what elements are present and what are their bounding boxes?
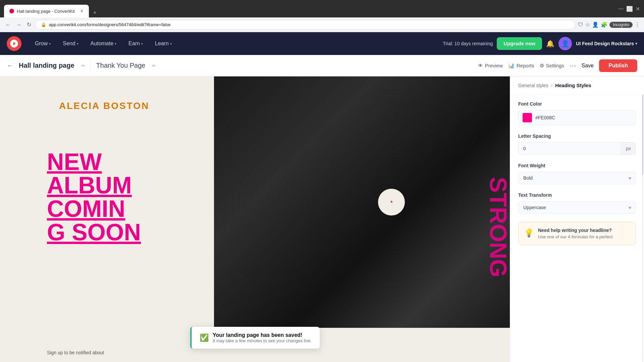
toast-content: Your landing page has been saved! It may… bbox=[213, 332, 312, 343]
more-options-button[interactable]: ⋯ bbox=[570, 62, 576, 70]
forward-button[interactable]: → bbox=[15, 20, 23, 29]
save-button[interactable]: Save bbox=[582, 63, 594, 69]
reload-button[interactable]: ↻ bbox=[25, 20, 33, 29]
reports-icon: 📊 bbox=[508, 63, 515, 69]
canvas-subtext: Sign up to be notified about bbox=[47, 350, 104, 355]
reports-button[interactable]: 📊 Reports bbox=[508, 63, 534, 69]
font-weight-label: Font Weight bbox=[518, 163, 636, 168]
scrollbar-thumb[interactable] bbox=[642, 95, 643, 175]
back-button[interactable]: ← bbox=[4, 20, 12, 29]
address-bar[interactable]: 🔒 app.convertkit.com/forms/designers/564… bbox=[35, 20, 575, 29]
thank-you-page-label: Thank You Page bbox=[96, 62, 146, 69]
browser-tabs: Hall landing page - ConvertKit ✕ + bbox=[4, 0, 100, 17]
main-area: ALECIA BOSTON ★ STRONG bbox=[0, 76, 644, 362]
toast-main-text: Your landing page has been saved! bbox=[213, 332, 312, 338]
earn-chevron-icon: ▾ bbox=[141, 42, 143, 46]
back-navigation-button[interactable]: ← bbox=[7, 62, 13, 69]
restore-button[interactable]: ⬜ bbox=[626, 6, 633, 12]
panel-breadcrumb: General styles › Heading Styles bbox=[510, 76, 644, 95]
settings-icon: ⚙ bbox=[540, 63, 544, 69]
incognito-badge: Incognito bbox=[609, 22, 633, 28]
nav-grow[interactable]: Grow ▾ bbox=[30, 38, 56, 49]
url-display: app.convertkit.com/forms/designers/56474… bbox=[49, 22, 570, 27]
window-close-button[interactable]: ✕ bbox=[636, 6, 640, 12]
vinyl-side-text: STRONG bbox=[486, 177, 510, 277]
headline-line2: ALBUM bbox=[47, 174, 141, 197]
text-transform-section: Text Transform None Uppercase Lowercase … bbox=[518, 192, 636, 214]
page-toolbar: ← Hall landing page ✏ Thank You Page ✏ 👁… bbox=[0, 55, 644, 76]
minimize-button[interactable]: — bbox=[618, 6, 624, 12]
upgrade-button[interactable]: Upgrade now bbox=[497, 37, 542, 50]
letter-spacing-label: Letter Spacing bbox=[518, 133, 636, 139]
browser-toolbar: ← → ↻ 🔒 app.convertkit.com/forms/designe… bbox=[0, 17, 644, 32]
app-logo[interactable] bbox=[7, 36, 21, 51]
toolbar-actions: 👁 Preview 📊 Reports ⚙ Settings ⋯ Save Pu… bbox=[478, 59, 637, 72]
font-color-section: Font Color #FE008C bbox=[518, 101, 636, 125]
scrollbar-track bbox=[642, 95, 643, 362]
active-tab[interactable]: Hall landing page - ConvertKit ✕ bbox=[4, 5, 89, 17]
artist-name[interactable]: ALECIA BOSTON bbox=[59, 101, 149, 111]
letter-spacing-section: Letter Spacing px bbox=[518, 133, 636, 155]
font-color-input[interactable]: #FE008C bbox=[518, 110, 636, 125]
menu-icon[interactable]: ⋮ bbox=[635, 21, 640, 28]
help-card: 💡 Need help writing your headline? Use o… bbox=[518, 222, 636, 245]
tab-close-icon[interactable]: ✕ bbox=[80, 9, 84, 13]
breadcrumb-general-styles[interactable]: General styles bbox=[518, 83, 548, 88]
user-avatar[interactable]: 👤 bbox=[558, 37, 572, 50]
letter-spacing-input-row: px bbox=[518, 142, 636, 155]
help-card-title: Need help writing your headline? bbox=[538, 228, 613, 233]
page-title-edit-icon[interactable]: ✏ bbox=[81, 63, 85, 68]
headline[interactable]: NEW ALBUM COMIN G SOON bbox=[47, 150, 141, 244]
right-panel: General styles › Heading Styles Font Col… bbox=[510, 76, 644, 362]
nav-learn[interactable]: Learn ▾ bbox=[150, 38, 177, 49]
bookmark-icon[interactable]: ☆ bbox=[585, 21, 590, 28]
letter-spacing-input[interactable] bbox=[518, 142, 621, 155]
shield-icon[interactable]: 🛡 bbox=[578, 22, 583, 28]
vinyl-grooves bbox=[214, 76, 510, 328]
preview-icon: 👁 bbox=[478, 63, 483, 68]
text-transform-select-wrapper: None Uppercase Lowercase Capitalize ▾ bbox=[518, 201, 636, 214]
send-chevron-icon: ▾ bbox=[77, 42, 78, 46]
nav-send[interactable]: Send ▾ bbox=[57, 38, 84, 49]
extensions-icon[interactable]: 🧩 bbox=[601, 21, 607, 28]
font-weight-select[interactable]: Normal Bold Bolder Lighter bbox=[518, 172, 636, 184]
canvas[interactable]: ALECIA BOSTON ★ STRONG bbox=[0, 76, 510, 362]
tab-title: Hall landing page - ConvertKit bbox=[17, 9, 75, 14]
browser-toolbar-icons: 🛡 ☆ 👤 🧩 Incognito ⋮ bbox=[578, 21, 640, 28]
logo-icon bbox=[9, 39, 19, 48]
text-transform-select[interactable]: None Uppercase Lowercase Capitalize bbox=[518, 201, 636, 214]
profile-icon[interactable]: 👤 bbox=[592, 21, 599, 28]
text-transform-label: Text Transform bbox=[518, 192, 636, 198]
font-weight-section: Font Weight Normal Bold Bolder Lighter ▾ bbox=[518, 163, 636, 184]
user-dropdown-chevron-icon: ▾ bbox=[635, 41, 637, 46]
browser-chrome: Hall landing page - ConvertKit ✕ + — ⬜ ✕ bbox=[0, 0, 644, 17]
letter-spacing-unit: px bbox=[621, 142, 636, 155]
bell-icon[interactable]: 🔔 bbox=[546, 40, 554, 48]
toast-success-icon: ✅ bbox=[200, 334, 209, 342]
toast-sub-text: It may take a few minutes to see your ch… bbox=[213, 338, 312, 343]
panel-scroll-container: Font Color #FE008C Letter Spacing px bbox=[510, 95, 644, 362]
breadcrumb-current: Heading Styles bbox=[555, 82, 591, 88]
panel-scroll[interactable]: Font Color #FE008C Letter Spacing px bbox=[510, 95, 644, 362]
nav-automate[interactable]: Automate ▾ bbox=[85, 38, 122, 49]
vinyl-label-text: ★ bbox=[390, 200, 393, 204]
trial-text: Trial: 10 days remaining bbox=[443, 41, 493, 47]
help-card-text: Use one of our 4 formulas for a perfect bbox=[538, 234, 613, 239]
publish-button[interactable]: Publish bbox=[599, 59, 637, 72]
breadcrumb-separator: › bbox=[551, 83, 552, 88]
headline-line1: NEW bbox=[47, 150, 141, 174]
font-color-label: Font Color bbox=[518, 101, 636, 107]
nav-right: Trial: 10 days remaining Upgrade now 🔔 👤… bbox=[443, 37, 637, 50]
headline-line3: COMIN bbox=[47, 197, 141, 221]
preview-button[interactable]: 👁 Preview bbox=[478, 63, 503, 68]
new-tab-button[interactable]: + bbox=[90, 8, 100, 17]
user-name-display[interactable]: UI Feed Design Rockstars ▾ bbox=[576, 41, 637, 46]
settings-button[interactable]: ⚙ Settings bbox=[540, 63, 564, 69]
page-title: Hall landing page bbox=[19, 62, 74, 69]
toast-notification: ✅ Your landing page has been saved! It m… bbox=[190, 327, 320, 349]
font-weight-select-wrapper: Normal Bold Bolder Lighter ▾ bbox=[518, 172, 636, 184]
color-swatch[interactable] bbox=[523, 113, 532, 122]
toolbar-separator bbox=[91, 60, 91, 71]
thank-you-edit-icon[interactable]: ✏ bbox=[152, 63, 156, 68]
nav-earn[interactable]: Earn ▾ bbox=[123, 38, 148, 49]
